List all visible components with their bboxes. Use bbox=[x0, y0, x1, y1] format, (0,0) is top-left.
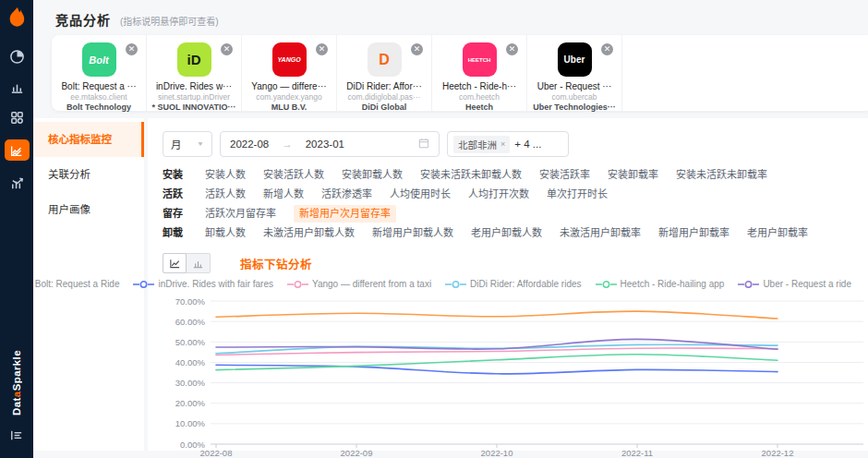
metric-selector: 安装安装人数安装活跃人数安装卸载人数安装未活跃未卸载人数安装活跃率安装卸载率安装… bbox=[163, 167, 868, 245]
metric-link[interactable]: 安装卸载率 bbox=[608, 167, 658, 183]
metric-row: 安装安装人数安装活跃人数安装卸载人数安装未活跃未卸载人数安装活跃率安装卸载率安装… bbox=[163, 167, 868, 187]
metric-link[interactable]: 新增用户次月留存率 bbox=[294, 205, 396, 223]
legend-item[interactable]: Uber - Request a ride bbox=[738, 279, 851, 289]
metric-link[interactable]: 新增人数 bbox=[263, 187, 304, 202]
x-axis-tick-label: 2022-08 bbox=[187, 448, 246, 458]
metric-link[interactable]: 活跃渗透率 bbox=[321, 187, 372, 202]
legend-item[interactable]: DiDi Rider: Affordable rides bbox=[445, 279, 581, 289]
app-company: * SUOL INNOVATIO··· bbox=[147, 102, 241, 112]
app-card[interactable]: BoltBolt: Request a ···ee.mtakso.clientB… bbox=[52, 35, 147, 111]
sidebar-item-correlation[interactable]: 关联分析 bbox=[33, 157, 144, 192]
metric-link[interactable]: 安装人数 bbox=[205, 167, 246, 183]
metric-link[interactable]: 安装活跃率 bbox=[539, 167, 590, 183]
legend-label: DiDi Rider: Affordable rides bbox=[470, 279, 581, 289]
app-package: sinet.startup.inDriver bbox=[147, 92, 241, 102]
legend-item[interactable]: Yango — different from a taxi bbox=[287, 279, 431, 289]
metric-trend-chart[interactable]: 0.00%10.00%20.00%30.00%40.00%50.00%60.00… bbox=[163, 292, 868, 458]
line-chart-toggle[interactable] bbox=[163, 253, 187, 273]
metric-link[interactable]: 老用户卸载率 bbox=[747, 225, 808, 241]
legend-marker-icon bbox=[445, 280, 466, 289]
sidebar-item-core-metrics[interactable]: 核心指标监控 bbox=[33, 122, 144, 157]
pie-chart-icon[interactable] bbox=[8, 48, 25, 65]
calendar-icon bbox=[418, 138, 429, 151]
y-axis-tick-label: 40.00% bbox=[163, 357, 205, 368]
sidebar-item-user-profile[interactable]: 用户画像 bbox=[33, 192, 144, 227]
legend-marker-icon bbox=[133, 280, 154, 289]
metric-link[interactable]: 活跃人数 bbox=[205, 187, 246, 202]
region-select[interactable]: 北部非洲 × + 4 ... bbox=[447, 131, 569, 157]
bar-chart-toggle[interactable] bbox=[187, 253, 211, 273]
app-company: MLU B.V. bbox=[242, 102, 336, 112]
region-tag[interactable]: 北部非洲 × bbox=[453, 136, 510, 153]
app-icon: D bbox=[368, 42, 402, 77]
metric-link[interactable]: 未激活用户卸载人数 bbox=[263, 225, 355, 241]
apps-grid-icon[interactable] bbox=[8, 109, 25, 126]
close-icon[interactable]: ✕ bbox=[601, 43, 613, 55]
app-card[interactable]: DDiDi Rider: Affor···com.didiglobal.pas·… bbox=[337, 35, 432, 111]
metric-category-label: 卸载 bbox=[163, 225, 187, 241]
app-card[interactable]: HEETCHHeetch - Ride-h···com.heetchHeetch… bbox=[432, 35, 527, 111]
brand-wordmark: DataSparkle bbox=[0, 350, 33, 416]
metric-link[interactable]: 卸载人数 bbox=[205, 225, 246, 241]
page-header: 竞品分析 (指标说明悬停即可查看) bbox=[55, 10, 219, 29]
trend-growth-icon[interactable] bbox=[8, 175, 25, 191]
app-icon: HEETCH bbox=[463, 42, 497, 77]
app-icon: iD bbox=[177, 42, 211, 77]
legend-item[interactable]: inDrive. Rides with fair fares bbox=[133, 279, 272, 289]
brand-flame-logo[interactable] bbox=[6, 6, 27, 29]
close-icon[interactable]: ✕ bbox=[316, 43, 328, 55]
brand-text-end: Sparkle bbox=[11, 350, 22, 391]
app-card[interactable]: UberUber - Request ···com.ubercabUber Te… bbox=[527, 35, 622, 111]
metric-link[interactable]: 安装卸载人数 bbox=[342, 167, 403, 183]
metric-link[interactable]: 安装未活跃未卸载人数 bbox=[420, 167, 522, 183]
date-start: 2022-08 bbox=[230, 139, 269, 150]
bar-chart-icon[interactable] bbox=[8, 78, 25, 95]
metric-link[interactable]: 老用户卸载人数 bbox=[471, 225, 542, 241]
app-card[interactable]: YANGOYango — differe···com.yandex.yangoM… bbox=[242, 35, 337, 111]
metric-link[interactable]: 单次打开时长 bbox=[547, 187, 608, 202]
metric-link[interactable]: 人均使用时长 bbox=[390, 187, 451, 202]
app-package: com.yandex.yango bbox=[242, 92, 336, 102]
legend-item[interactable]: Heetch - Ride-hailing app bbox=[596, 279, 725, 289]
app-company: Heetch bbox=[432, 102, 526, 112]
metric-link[interactable]: 安装未活跃未卸载率 bbox=[676, 167, 767, 183]
chevron-down-icon: ▼ bbox=[197, 140, 204, 147]
app-name: inDrive. Rides w··· bbox=[147, 81, 241, 91]
app-name: Bolt: Request a ··· bbox=[52, 81, 146, 91]
metric-link[interactable]: 安装活跃人数 bbox=[263, 167, 324, 183]
app-package: ee.mtakso.client bbox=[52, 92, 146, 102]
app-icon: YANGO bbox=[272, 42, 307, 77]
y-axis-tick-label: 60.00% bbox=[163, 317, 205, 327]
metric-link[interactable]: 新增用户卸载率 bbox=[658, 225, 729, 241]
x-axis-tick-label: 2022-09 bbox=[327, 448, 386, 458]
date-range-picker[interactable]: 2022-08 → 2023-01 bbox=[220, 131, 440, 157]
metric-link[interactable]: 未激活用户卸载率 bbox=[560, 225, 641, 241]
app-name: Heetch - Ride-h··· bbox=[432, 81, 526, 91]
plot-area[interactable] bbox=[211, 292, 863, 451]
remove-tag-icon[interactable]: × bbox=[500, 139, 505, 149]
collapse-menu-icon[interactable] bbox=[8, 428, 24, 447]
metric-row: 卸载卸载人数未激活用户卸载人数新增用户卸载人数老用户卸载人数未激活用户卸载率新增… bbox=[163, 225, 868, 245]
page-title: 竞品分析 bbox=[55, 10, 111, 29]
series-line bbox=[216, 311, 778, 319]
chart-section-header: 指标下钻分析 bbox=[163, 253, 868, 273]
line-chart-icon-active[interactable] bbox=[5, 139, 30, 161]
close-icon[interactable]: ✕ bbox=[126, 43, 138, 55]
page-title-hint: (指标说明悬停即可查看) bbox=[120, 14, 219, 28]
legend-label: Yango — different from a taxi bbox=[312, 279, 431, 289]
main-content: 月 ▼ 2022-08 → 2023-01 北部非洲 × + 4 ... bbox=[148, 118, 868, 451]
app-card[interactable]: iDinDrive. Rides w···sinet.startup.inDri… bbox=[147, 35, 242, 111]
metric-link[interactable]: 活跃次月留存率 bbox=[205, 206, 276, 223]
chart-section-title: 指标下钻分析 bbox=[240, 255, 312, 272]
close-icon[interactable]: ✕ bbox=[506, 43, 518, 55]
app-rail: DataSparkle bbox=[0, 0, 33, 458]
close-icon[interactable]: ✕ bbox=[221, 43, 233, 55]
metric-link[interactable]: 新增用户卸载人数 bbox=[372, 225, 453, 241]
app-package: com.didiglobal.pas··· bbox=[337, 92, 431, 102]
metric-category-label: 活跃 bbox=[163, 187, 187, 202]
metric-link[interactable]: 人均打开次数 bbox=[468, 187, 529, 202]
legend-marker-icon bbox=[287, 280, 308, 289]
brand-text-accent: a bbox=[11, 391, 22, 397]
granularity-select[interactable]: 月 ▼ bbox=[163, 131, 212, 157]
close-icon[interactable]: ✕ bbox=[411, 43, 423, 55]
